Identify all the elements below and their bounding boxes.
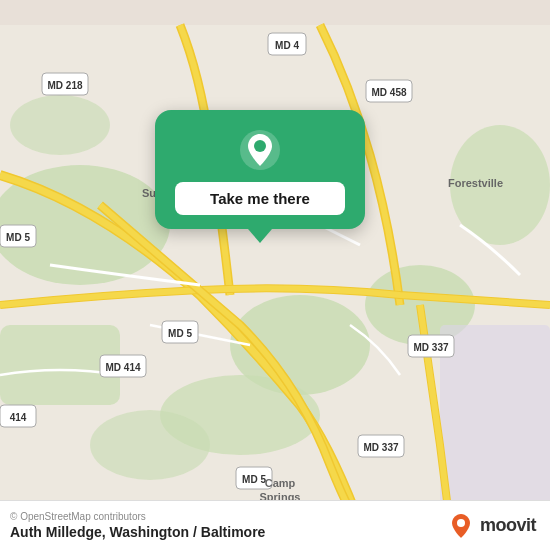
svg-text:MD 337: MD 337 <box>363 442 398 453</box>
moovit-brand-text: moovit <box>480 515 536 536</box>
moovit-pin-icon <box>447 512 475 540</box>
svg-point-8 <box>10 95 110 155</box>
take-me-there-button[interactable]: Take me there <box>175 182 345 215</box>
svg-text:414: 414 <box>10 412 27 423</box>
svg-text:MD 4: MD 4 <box>275 40 299 51</box>
svg-text:Camp: Camp <box>265 477 296 489</box>
svg-text:MD 5: MD 5 <box>168 328 192 339</box>
popup-card[interactable]: Take me there <box>155 110 365 229</box>
svg-rect-9 <box>440 325 550 505</box>
svg-point-35 <box>254 140 266 152</box>
moovit-logo[interactable]: moovit <box>447 512 536 540</box>
location-name: Auth Milledge, Washington / Baltimore <box>10 524 265 540</box>
location-info: © OpenStreetMap contributors Auth Milled… <box>10 511 265 540</box>
bottom-bar: © OpenStreetMap contributors Auth Milled… <box>0 500 550 550</box>
svg-text:MD 414: MD 414 <box>105 362 140 373</box>
svg-text:MD 337: MD 337 <box>413 342 448 353</box>
svg-text:MD 5: MD 5 <box>242 474 266 485</box>
svg-text:MD 5: MD 5 <box>6 232 30 243</box>
svg-point-7 <box>90 410 210 480</box>
svg-text:MD 458: MD 458 <box>371 87 406 98</box>
svg-text:Forestville: Forestville <box>448 177 503 189</box>
map-svg: MD 4 MD 218 MD 458 MD 5 MD 5 MD 5 MD 414… <box>0 0 550 550</box>
map-container: MD 4 MD 218 MD 458 MD 5 MD 5 MD 5 MD 414… <box>0 0 550 550</box>
svg-point-36 <box>457 519 465 527</box>
svg-text:MD 218: MD 218 <box>47 80 82 91</box>
copyright-text: © OpenStreetMap contributors <box>10 511 265 522</box>
map-pin-icon <box>238 128 282 172</box>
